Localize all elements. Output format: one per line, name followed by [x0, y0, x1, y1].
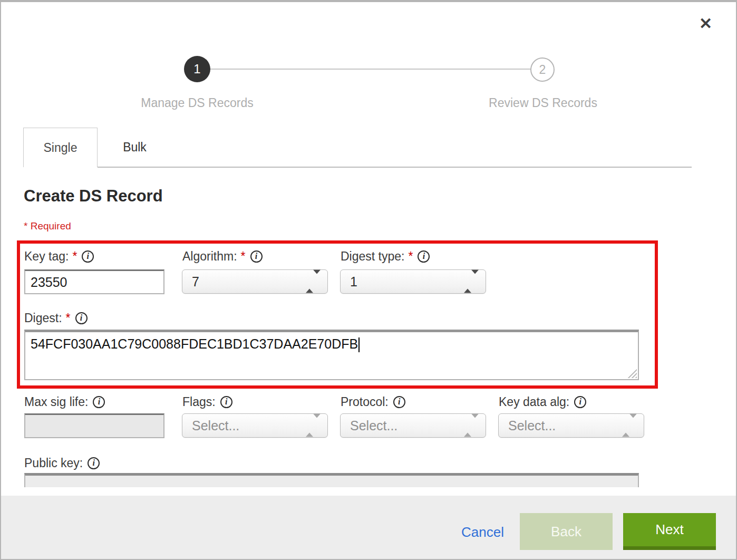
- protocol-select-value: Select...: [350, 418, 397, 433]
- key-data-alg-select[interactable]: Select...: [498, 413, 644, 438]
- cancel-button[interactable]: Cancel: [461, 524, 504, 540]
- info-icon[interactable]: i: [574, 396, 586, 408]
- required-asterisk: *: [408, 249, 413, 264]
- step-1-label: Manage DS Records: [113, 96, 282, 110]
- digest-label: Digest: * i: [24, 310, 88, 326]
- info-icon[interactable]: i: [393, 396, 405, 408]
- stepper-connector: [210, 69, 531, 70]
- select-arrows-icon: [622, 418, 637, 433]
- resize-handle-icon[interactable]: [627, 369, 637, 378]
- key-tag-label: Key tag: * i: [24, 248, 94, 265]
- max-sig-life-label-text: Max sig life:: [24, 395, 88, 409]
- tab-divider: [98, 167, 692, 168]
- info-icon[interactable]: i: [418, 250, 430, 263]
- select-arrows-icon: [464, 274, 479, 289]
- public-key-label: Public key: i: [24, 455, 100, 471]
- info-icon[interactable]: i: [75, 312, 88, 324]
- close-icon[interactable]: ✕: [699, 16, 712, 32]
- select-arrows-icon: [306, 418, 321, 433]
- key-tag-input[interactable]: [24, 269, 164, 294]
- text-caret: [358, 337, 360, 352]
- info-icon[interactable]: i: [220, 396, 232, 408]
- next-button[interactable]: Next: [623, 513, 716, 550]
- create-ds-record-modal: ✕ 1 2 Manage DS Records Review DS Record…: [0, 0, 737, 560]
- digest-textarea[interactable]: 54FCF030AA1C79C0088FDEC1BD1C37DAA2E70DFB: [24, 330, 639, 380]
- required-asterisk: *: [66, 311, 71, 325]
- public-key-textarea[interactable]: [24, 473, 639, 487]
- flags-label-text: Flags:: [182, 395, 216, 409]
- back-button[interactable]: Back: [520, 513, 613, 550]
- protocol-label-text: Protocol:: [341, 395, 389, 409]
- key-tag-label-text: Key tag:: [24, 249, 69, 264]
- digest-type-label: Digest type: * i: [341, 248, 430, 265]
- digest-type-select[interactable]: 1: [340, 269, 486, 294]
- tab-single[interactable]: Single: [23, 128, 98, 167]
- required-asterisk: *: [72, 249, 77, 264]
- select-arrows-icon: [306, 274, 321, 289]
- algorithm-label-text: Algorithm:: [182, 249, 237, 264]
- digest-type-select-value: 1: [350, 274, 357, 289]
- digest-label-text: Digest:: [24, 311, 62, 325]
- select-arrows-icon: [464, 418, 479, 433]
- max-sig-life-label: Max sig life: i: [24, 393, 105, 410]
- info-icon[interactable]: i: [82, 250, 94, 263]
- algorithm-select[interactable]: 7: [182, 269, 328, 294]
- info-icon[interactable]: i: [250, 250, 263, 263]
- page-title: Create DS Record: [24, 187, 163, 206]
- max-sig-life-input[interactable]: [24, 413, 164, 438]
- key-data-alg-select-value: Select...: [508, 418, 556, 433]
- algorithm-select-value: 7: [192, 274, 199, 289]
- flags-select-value: Select...: [192, 418, 239, 433]
- required-note: * Required: [24, 220, 71, 232]
- flags-select[interactable]: Select...: [182, 413, 328, 438]
- key-data-alg-label: Key data alg: i: [499, 393, 586, 410]
- flags-label: Flags: i: [182, 393, 232, 410]
- protocol-label: Protocol: i: [341, 393, 405, 410]
- key-data-alg-label-text: Key data alg:: [499, 395, 569, 409]
- step-2-label: Review DS Records: [459, 96, 627, 110]
- required-asterisk: *: [241, 249, 246, 264]
- step-1-circle: 1: [184, 56, 210, 82]
- protocol-select[interactable]: Select...: [340, 413, 486, 438]
- tab-bulk[interactable]: Bulk: [98, 128, 172, 167]
- info-icon[interactable]: i: [88, 457, 100, 469]
- public-key-label-text: Public key:: [24, 456, 83, 470]
- info-icon[interactable]: i: [93, 396, 105, 408]
- algorithm-label: Algorithm: * i: [182, 248, 263, 265]
- step-2-circle: 2: [530, 57, 555, 82]
- digest-value: 54FCF030AA1C79C0088FDEC1BD1C37DAA2E70DFB: [31, 336, 358, 351]
- digest-type-label-text: Digest type:: [341, 249, 404, 264]
